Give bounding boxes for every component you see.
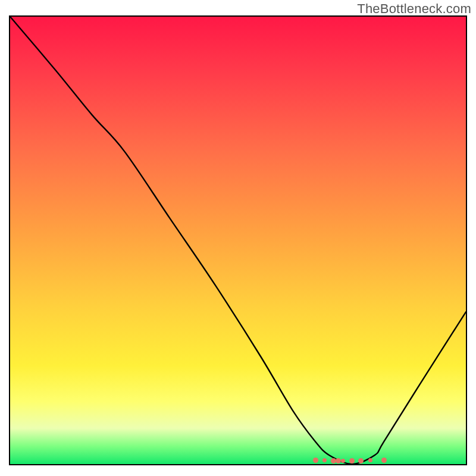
scatter-point	[322, 458, 327, 462]
plot-area	[9, 15, 467, 465]
scatter-point	[349, 458, 355, 464]
scatter-point	[381, 458, 387, 463]
scatter-point	[368, 458, 372, 462]
scatter-point	[341, 459, 345, 463]
scatter-point	[336, 458, 341, 464]
chart-container: TheBottleneck.com	[0, 0, 476, 476]
watermark-text: TheBottleneck.com	[357, 1, 471, 17]
scatter-points	[10, 17, 466, 464]
scatter-point	[313, 458, 318, 463]
scatter-point	[358, 458, 364, 464]
